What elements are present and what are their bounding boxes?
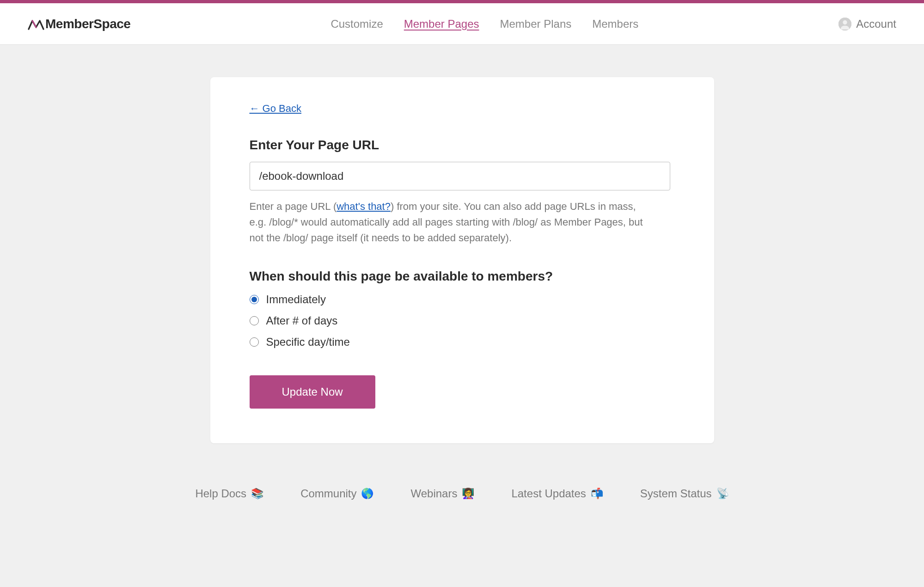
- url-helper-text: Enter a page URL (what's that?) from you…: [250, 199, 652, 246]
- mailbox-icon: 📬: [591, 488, 603, 500]
- url-section-title: Enter Your Page URL: [250, 138, 675, 153]
- main: ← Go Back Enter Your Page URL Enter a pa…: [0, 45, 924, 471]
- footer-help-docs-label: Help Docs: [195, 487, 246, 500]
- footer-latest-updates[interactable]: Latest Updates 📬: [511, 487, 603, 500]
- radio-label-specific-day[interactable]: Specific day/time: [266, 336, 350, 349]
- brand-name: MemberSpace: [45, 17, 130, 31]
- radio-immediately[interactable]: Immediately: [250, 293, 675, 306]
- avatar-icon: [838, 18, 851, 31]
- main-nav: Customize Member Pages Member Plans Memb…: [330, 18, 638, 31]
- footer-system-status[interactable]: System Status 📡: [640, 487, 729, 500]
- footer-system-status-label: System Status: [640, 487, 712, 500]
- footer-latest-updates-label: Latest Updates: [511, 487, 586, 500]
- account-label: Account: [856, 18, 896, 31]
- header: MemberSpace Customize Member Pages Membe…: [0, 3, 924, 45]
- radio-input-specific-day[interactable]: [250, 337, 259, 347]
- brand-logo[interactable]: MemberSpace: [28, 17, 130, 31]
- logo-icon: [28, 18, 44, 30]
- footer-webinars[interactable]: Webinars 👩‍🏫: [410, 487, 474, 500]
- account-menu[interactable]: Account: [838, 18, 896, 31]
- teacher-icon: 👩‍🏫: [462, 488, 474, 500]
- radio-label-immediately[interactable]: Immediately: [266, 293, 326, 306]
- footer-webinars-label: Webinars: [410, 487, 457, 500]
- footer: Help Docs 📚 Community 🌎 Webinars 👩‍🏫 Lat…: [0, 471, 924, 528]
- radio-input-immediately[interactable]: [250, 295, 259, 304]
- nav-member-plans[interactable]: Member Plans: [500, 18, 572, 31]
- brand-topbar: [0, 0, 924, 3]
- page-card: ← Go Back Enter Your Page URL Enter a pa…: [210, 77, 714, 443]
- radio-specific-day[interactable]: Specific day/time: [250, 336, 675, 349]
- footer-community[interactable]: Community 🌎: [300, 487, 373, 500]
- nav-member-pages[interactable]: Member Pages: [404, 18, 479, 31]
- satellite-icon: 📡: [716, 488, 729, 500]
- footer-help-docs[interactable]: Help Docs 📚: [195, 487, 263, 500]
- availability-section-title: When should this page be available to me…: [250, 269, 675, 284]
- globe-icon: 🌎: [361, 488, 373, 500]
- whats-that-link[interactable]: what's that?: [337, 201, 391, 212]
- svg-point-1: [843, 20, 847, 24]
- radio-after-days[interactable]: After # of days: [250, 314, 675, 327]
- availability-radio-group: Immediately After # of days Specific day…: [250, 293, 675, 349]
- radio-input-after-days[interactable]: [250, 316, 259, 325]
- page-url-input[interactable]: [250, 162, 670, 190]
- nav-customize[interactable]: Customize: [330, 18, 383, 31]
- go-back-link[interactable]: ← Go Back: [250, 103, 301, 115]
- helper-prefix: Enter a page URL (: [250, 201, 337, 212]
- books-icon: 📚: [251, 488, 263, 500]
- update-now-button[interactable]: Update Now: [250, 375, 375, 409]
- radio-label-after-days[interactable]: After # of days: [266, 314, 338, 327]
- nav-members[interactable]: Members: [592, 18, 638, 31]
- footer-community-label: Community: [300, 487, 356, 500]
